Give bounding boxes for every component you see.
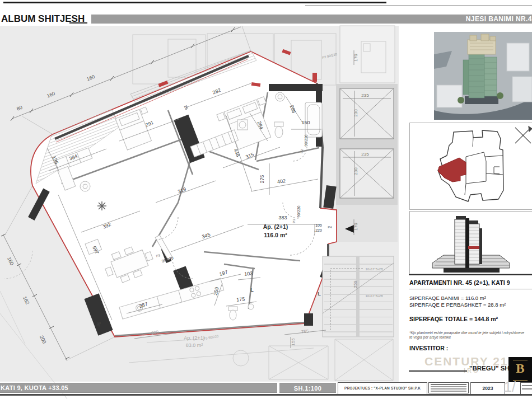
footer-scale-bar: SH.1:100 xyxy=(279,383,336,393)
address-line xyxy=(431,384,466,385)
dim-label: 10x17.5x28 xyxy=(365,294,383,298)
end-box-line xyxy=(522,388,532,389)
staircase xyxy=(323,256,394,337)
keyplan-box xyxy=(409,123,532,210)
footer-designer-box: PROJEKTUES : "X-PLAN STUDIO" SH.P.K xyxy=(338,382,427,395)
dim-label: 235 xyxy=(361,93,369,98)
dim-label: 275 xyxy=(259,175,265,183)
dim-label: 170 xyxy=(353,54,358,62)
disclaimer-note: *Kjo planimetri eshte paraprake dhe mund… xyxy=(409,331,528,340)
dim-label: 230 xyxy=(353,167,358,175)
dim-label: 259 xyxy=(353,280,358,288)
dim-label: 150 xyxy=(301,120,310,125)
end-box-line xyxy=(522,385,532,386)
footer-floor-label: KATI 9, KUOTA +33.05 xyxy=(0,383,277,393)
dim-label: 90/220 xyxy=(304,134,308,147)
dim-label: 235 xyxy=(361,152,369,157)
footer-end-box xyxy=(520,382,532,395)
album-sheet: ALBUM SHITJESH BAZAAR GATE A CONNECTION … xyxy=(0,0,532,399)
address-line xyxy=(431,386,466,387)
signature-row: CENTURY 21 IRG "BREGU" SH.A B xyxy=(409,354,532,381)
area-perbashket: SIPERFAQE E PERBASHKET = 28.8 m² xyxy=(409,302,532,308)
dim-label: 230 xyxy=(353,109,358,117)
dim-label: 402 xyxy=(277,178,286,185)
building-render-image xyxy=(434,32,532,120)
north-arrow-icon xyxy=(515,126,532,143)
apartment-heading: APARTAMENTI NR. 45 (2+1), KATI 9 xyxy=(409,279,532,286)
dim-label: 100 xyxy=(315,223,322,227)
apartment-info-panel: APARTAMENTI NR. 45 (2+1), KATI 9 SIPERFA… xyxy=(409,274,532,381)
apartment-area-label: 116.0 m² xyxy=(264,232,287,238)
dim-label: 383 xyxy=(278,215,287,220)
signature-line xyxy=(409,370,467,372)
address-line xyxy=(431,391,466,392)
address-line xyxy=(431,388,466,389)
elevation-drawing xyxy=(410,212,532,274)
dim-label: 10x17.5x28 xyxy=(365,267,383,271)
dim-label: P4 xyxy=(328,226,332,229)
bottom-border-line xyxy=(0,394,532,396)
floor-marker xyxy=(468,246,479,249)
area-banimi: SIPERFAQE BANIMI = 116.0 m² xyxy=(409,295,532,302)
dim-label: 220 xyxy=(315,228,322,232)
footer-scale-label: SH.1:100 xyxy=(294,385,322,392)
dim-label: 175 xyxy=(236,296,245,302)
dim-label: P3 xyxy=(292,219,296,223)
investor-label: INVESTITOR : xyxy=(409,345,532,351)
dim-label: 155 xyxy=(291,338,296,346)
neighbor-apartment-label: Ap. (2+1) xyxy=(184,335,204,341)
dim-label: 90/220 xyxy=(297,205,301,218)
area-totale: SIPERFAQE TOTALE = 144.8 m² xyxy=(409,316,532,322)
dim-label: 103 xyxy=(244,270,253,276)
plant xyxy=(97,201,106,210)
dim-label: L xyxy=(318,291,321,297)
neighbor-apartment-area: 83.0 m² xyxy=(186,342,203,348)
dim-label: L xyxy=(250,287,254,293)
divider xyxy=(409,289,532,289)
footer-year-box: 2023 xyxy=(470,382,505,395)
dim-label: 170 xyxy=(353,223,358,231)
elevation-box xyxy=(409,211,532,274)
landing-zone xyxy=(336,205,398,242)
dim-label: P2 xyxy=(300,149,304,153)
footer-page-number: 1/ xyxy=(504,379,521,395)
dim-label: 765 xyxy=(301,328,310,334)
building-render xyxy=(434,32,532,120)
footer-floor-bar: KATI 9, KUOTA +33.05 xyxy=(0,383,277,393)
logo-letter: B xyxy=(508,360,532,377)
apartment-label: Ap. (2+1) xyxy=(263,223,288,230)
keyplan-drawing xyxy=(410,123,532,209)
footer-address-box xyxy=(428,382,469,393)
